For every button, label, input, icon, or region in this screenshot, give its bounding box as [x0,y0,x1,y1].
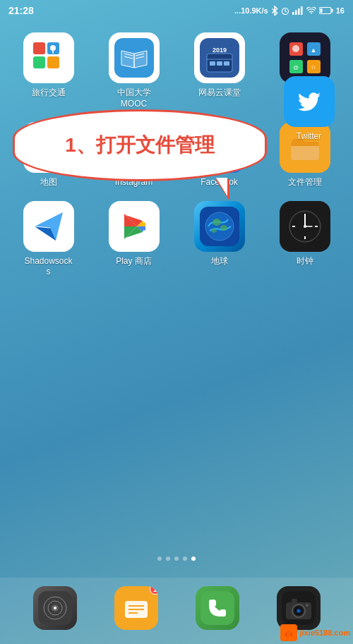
svg-rect-13 [47,56,59,68]
page-dot-1[interactable] [157,557,162,561]
svg-text:@: @ [292,64,298,71]
svg-point-96 [306,604,309,607]
svg-point-94 [297,610,299,612]
app-twitter[interactable]: Twitter [265,71,353,150]
app-label-clock: 时钟 [297,256,313,267]
status-bar: 21:28 ...10.9K/s [0,0,353,20]
app-label-playstore: Play 商店 [116,256,152,267]
svg-line-2 [285,11,287,12]
svg-rect-5 [298,8,300,15]
app-university[interactable]: 中国大学MOOC [91,27,176,116]
bluetooth-icon [271,6,278,16]
speech-bubble: 1、打开文件管理 [13,109,267,181]
watermark-icon: 🦀 [280,624,297,641]
app-icon-playstore [109,201,160,252]
app-icon-earth [194,201,245,252]
app-label-netease: 网易云课堂 [198,87,241,99]
svg-point-82 [54,607,56,609]
svg-rect-22 [217,61,222,66]
page-dot-3[interactable] [174,557,179,561]
status-right: ...10.9K/s 16 [234,6,345,16]
dock-item-circle[interactable] [33,586,77,630]
app-label-travel: 旅行交通 [32,87,66,99]
svg-point-66 [211,229,217,233]
alarm-icon [281,6,289,15]
svg-rect-9 [320,8,322,13]
svg-rect-3 [292,12,294,15]
signal-icon [292,6,304,15]
app-icon-twitter [284,76,335,127]
svg-rect-4 [295,11,297,16]
app-label-earth: 地球 [211,256,228,267]
svg-point-14 [50,45,56,51]
network-speed: ...10.9K/s [234,6,268,15]
svg-text:2019: 2019 [212,47,226,54]
dock-icon-messages: 1 [114,586,158,630]
svg-text:▲: ▲ [310,47,316,54]
svg-rect-23 [224,61,229,66]
app-label-university: 中国大学MOOC [117,87,151,109]
svg-rect-10 [33,42,45,54]
dock-item-messages[interactable]: 1 [114,586,158,630]
status-time: 21:28 [8,5,34,16]
page-dots [0,551,353,566]
app-icon-shadowsocks [23,201,74,252]
battery-icon [319,6,333,15]
page-dot-5[interactable] [191,557,196,561]
watermark-text: jixie5188.com [299,628,350,637]
battery-level: 16 [336,6,345,15]
wifi-icon [306,7,316,15]
svg-rect-95 [292,599,297,602]
dock-item-phone[interactable] [196,586,239,630]
app-icon-university [109,32,160,83]
svg-rect-12 [33,56,45,68]
bubble-text: 1、打开文件管理 [65,133,215,158]
app-label-maps: 地图 [40,177,57,188]
app-icon-clock [280,201,330,252]
svg-point-65 [220,225,227,231]
app-earth[interactable]: 地球 [176,195,262,285]
page-dot-4[interactable] [183,557,187,561]
svg-rect-6 [301,6,303,15]
app-clock[interactable]: 时钟 [262,195,347,285]
svg-point-76 [304,225,306,228]
app-icon-netease: 2019 [194,32,245,83]
app-playstore[interactable]: Play 商店 [91,195,176,285]
svg-rect-8 [331,9,333,13]
svg-rect-88 [201,591,234,625]
watermark: 🦀 jixie5188.com [280,624,350,641]
app-netease[interactable]: 2019 网易云课堂 [176,27,262,116]
svg-point-64 [213,219,221,226]
svg-point-29 [292,45,299,52]
app-travel[interactable]: 旅行交通 [6,27,91,116]
page-dot-2[interactable] [166,557,170,561]
dock-icon-camera [277,586,321,630]
app-label-shadowsocks: Shadowsocks [24,256,72,278]
app-label-twitter: Twitter [297,131,321,142]
app-label-files: 文件管理 [288,177,322,188]
dock-icon-phone [196,586,239,630]
dock-item-camera[interactable] [277,586,321,630]
svg-text:🦀: 🦀 [284,628,294,638]
app-shadowsocks[interactable]: Shadowsocks [6,195,91,285]
app-icon-travel [23,32,74,83]
dock-icon-circle [33,586,77,630]
svg-rect-21 [210,61,215,66]
svg-text:☆: ☆ [311,63,316,71]
